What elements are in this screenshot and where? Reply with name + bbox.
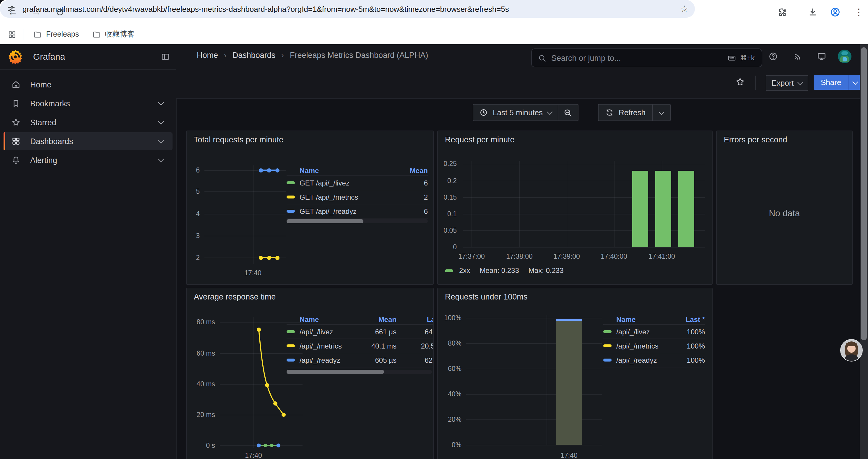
user-avatar[interactable] bbox=[838, 50, 851, 63]
series-name[interactable]: 2xx bbox=[459, 266, 470, 275]
rss-icon[interactable] bbox=[793, 52, 803, 61]
legend-scrollbar[interactable] bbox=[286, 370, 432, 374]
scrollbar-thumb[interactable] bbox=[861, 47, 867, 340]
export-button[interactable]: Export bbox=[766, 75, 808, 91]
reload-icon[interactable] bbox=[52, 4, 68, 20]
legend-row[interactable]: GET /api/_/readyz 6 bbox=[286, 204, 428, 219]
x-tick: 17:40 bbox=[236, 451, 271, 459]
brand-name[interactable]: Grafana bbox=[33, 52, 65, 61]
toolbar-divider bbox=[795, 6, 795, 18]
series-color-chip bbox=[445, 269, 453, 272]
zoom-out-icon bbox=[563, 108, 572, 117]
active-indicator bbox=[4, 132, 5, 150]
panel-total-requests[interactable]: Total requests per minute 6 5 4 3 2 17:4… bbox=[186, 131, 434, 285]
url-bar[interactable]: grafana.mathmast.com/d/deytv4rwavabkb/fr… bbox=[0, 0, 695, 18]
sidebar-item-label: Home bbox=[30, 80, 52, 89]
menu-kebab-icon[interactable]: ⋮ bbox=[851, 4, 867, 20]
share-split-button: Share bbox=[814, 75, 861, 90]
star-outline-icon[interactable] bbox=[735, 77, 745, 87]
apps-grid-icon[interactable] bbox=[8, 30, 17, 39]
sidebar-item-label: Alerting bbox=[30, 156, 159, 165]
breadcrumb-home[interactable]: Home bbox=[197, 51, 218, 60]
sidebar-item-alerting[interactable]: Alerting bbox=[4, 151, 173, 169]
legend-col-name[interactable]: Name bbox=[603, 315, 671, 323]
bookmark-item[interactable]: Freeleaps bbox=[33, 30, 79, 39]
panel-avg-response-time[interactable]: Average response time 80 ms 60 ms 40 ms … bbox=[186, 288, 434, 459]
bookmark-label: 收藏博客 bbox=[105, 29, 134, 39]
sidebar-item-label: Dashboards bbox=[30, 137, 159, 145]
legend-col-name[interactable]: Name bbox=[286, 166, 395, 174]
extensions-icon[interactable] bbox=[774, 4, 790, 20]
dock-icon[interactable] bbox=[161, 52, 170, 61]
legend-col-mean[interactable]: Mean bbox=[359, 315, 397, 323]
grafana-logo[interactable] bbox=[8, 49, 23, 67]
legend-row[interactable]: /api/_/readyz 100% bbox=[603, 353, 705, 367]
series-mean: 6 bbox=[395, 179, 428, 187]
chevron-down-icon bbox=[658, 109, 664, 114]
help-icon[interactable] bbox=[768, 52, 778, 61]
page-scrollbar[interactable] bbox=[860, 44, 868, 459]
legend-col-name[interactable]: Name bbox=[286, 315, 359, 323]
legend-scrollbar[interactable] bbox=[286, 219, 428, 223]
legend-row[interactable]: GET /api/_/metrics 2 bbox=[286, 190, 428, 204]
legend-bottom: 2xx Mean: 0.233 Max: 0.233 bbox=[445, 266, 564, 275]
y-tick: 0 s bbox=[188, 441, 215, 450]
panel-title: Average response time bbox=[194, 292, 276, 301]
forward-icon[interactable]: → bbox=[28, 4, 44, 20]
bookmark-star-icon[interactable]: ☆ bbox=[680, 4, 688, 14]
profile-icon[interactable] bbox=[827, 4, 843, 20]
home-icon bbox=[11, 80, 21, 89]
chevron-down-icon[interactable] bbox=[158, 100, 164, 105]
legend-row[interactable]: /api/_/readyz 605 µs 620 µs bbox=[286, 353, 434, 367]
chevron-down-icon[interactable] bbox=[158, 156, 164, 162]
back-icon[interactable]: ← bbox=[5, 4, 21, 20]
y-tick: 3 bbox=[187, 232, 200, 240]
sidebar-item-starred[interactable]: Starred bbox=[4, 113, 173, 131]
legend-table: Name Mean Last * /api/_/livez 661 µs 646… bbox=[286, 314, 434, 367]
legend-row[interactable]: GET /api/_/livez 6 bbox=[286, 176, 428, 190]
search-input[interactable]: Search or jump to... ⌘+k bbox=[531, 48, 762, 67]
series-mean: 2 bbox=[395, 193, 428, 201]
refresh-button[interactable]: Refresh bbox=[598, 104, 652, 121]
zoom-out-button[interactable] bbox=[558, 104, 578, 121]
sidebar-item-bookmarks[interactable]: Bookmarks bbox=[4, 95, 173, 112]
scrollbar-thumb[interactable] bbox=[286, 370, 384, 374]
series-color-chip bbox=[286, 345, 295, 347]
panel-errors-per-second[interactable]: Errors per second No data bbox=[716, 131, 852, 285]
chevron-down-icon[interactable] bbox=[158, 119, 164, 124]
series-max: Max: 0.233 bbox=[529, 266, 564, 275]
download-icon[interactable] bbox=[805, 4, 821, 20]
refresh-interval-button[interactable] bbox=[653, 104, 670, 121]
bookmark-icon bbox=[11, 99, 21, 108]
legend-col-last[interactable]: Last * bbox=[671, 315, 705, 323]
series-name: /api/_/livez bbox=[300, 328, 333, 336]
breadcrumb-dashboards[interactable]: Dashboards bbox=[232, 51, 276, 60]
chevron-down-icon[interactable] bbox=[158, 137, 164, 143]
legend-col-last[interactable]: Last * bbox=[397, 315, 434, 323]
no-data-message: No data bbox=[717, 208, 852, 218]
share-button[interactable]: Share bbox=[814, 75, 848, 90]
bookmark-item[interactable]: 收藏博客 bbox=[92, 29, 134, 39]
monitor-icon[interactable] bbox=[816, 52, 827, 61]
gridline bbox=[205, 214, 286, 215]
panel-requests-under-100ms[interactable]: Requests under 100ms 100% 80% 60% 40% 20… bbox=[437, 288, 713, 459]
legend-row[interactable]: /api/_/livez 100% bbox=[603, 325, 705, 339]
sidebar-item-home[interactable]: Home bbox=[4, 76, 173, 93]
y-tick: 80% bbox=[439, 339, 462, 347]
series-name: /api/_/readyz bbox=[616, 356, 657, 364]
refresh-controls-group: Refresh bbox=[598, 104, 670, 121]
legend-row[interactable]: /api/_/metrics 100% bbox=[603, 339, 705, 353]
legend-header: Name Mean bbox=[286, 165, 428, 176]
legend-row[interactable]: /api/_/metrics 40.1 ms 20.5 ms bbox=[286, 339, 434, 353]
panel-request-per-minute[interactable]: Request per minute 0.25 0.2 0.15 0.1 0.0… bbox=[437, 131, 713, 285]
series-name: GET /api/_/metrics bbox=[300, 193, 358, 201]
url-text[interactable]: grafana.mathmast.com/d/deytv4rwavabkb/fr… bbox=[23, 4, 680, 13]
sidebar-item-dashboards[interactable]: Dashboards bbox=[4, 132, 173, 150]
legend-col-mean[interactable]: Mean bbox=[395, 166, 428, 174]
legend-row[interactable]: /api/_/livez 661 µs 646 µs bbox=[286, 325, 434, 339]
export-label: Export bbox=[771, 78, 794, 88]
y-tick: 60% bbox=[439, 364, 462, 373]
assistant-avatar-widget[interactable] bbox=[840, 339, 863, 362]
scrollbar-thumb[interactable] bbox=[286, 219, 363, 223]
time-range-picker[interactable]: Last 5 minutes bbox=[473, 104, 557, 121]
